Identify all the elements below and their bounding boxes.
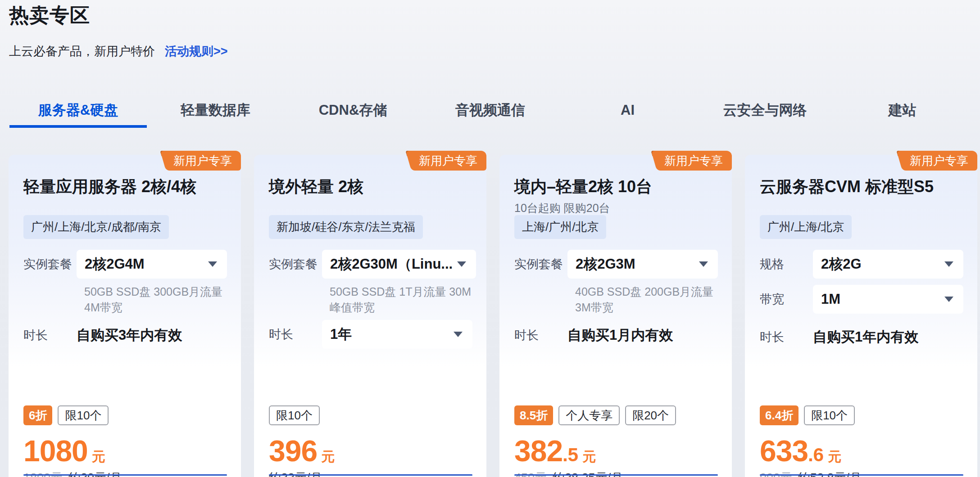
row-label: 时长: [760, 329, 813, 345]
original-price: 990元: [760, 470, 792, 477]
plan-select-value: 2核2G3M: [576, 255, 635, 274]
tab-cdn-storage[interactable]: CDN&存储: [284, 101, 422, 128]
price-unit: 元: [582, 449, 596, 464]
page-subtitle-row: 上云必备产品，新用户特价 活动规则>>: [9, 43, 228, 59]
product-title: 轻量应用服务器 2核/4核: [23, 176, 226, 197]
buy-button-edge[interactable]: [23, 474, 227, 476]
monthly-price: 约33元/月: [269, 470, 322, 477]
price-decimal: .6: [808, 444, 824, 465]
plan-select[interactable]: 2核2G3M: [567, 250, 718, 279]
product-title: 境内–轻量2核 10台: [514, 176, 717, 197]
new-user-badge: 新用户专享: [905, 151, 977, 171]
buy-button-edge[interactable]: [269, 474, 472, 476]
monthly-price: 约30元/月: [68, 470, 122, 477]
tab-cloud-security-network[interactable]: 云安全与网络: [696, 101, 834, 128]
price-unit: 元: [92, 449, 105, 464]
price-section: 8.5折 个人专享 限20个 382.5元 450元 约38.25元/月: [514, 405, 718, 477]
price: 633.6元: [760, 434, 963, 468]
new-user-badge: 新用户专享: [660, 151, 732, 171]
price-unit: 元: [828, 449, 841, 464]
product-subtitle: 10台起购 限购20台: [514, 201, 717, 216]
row-label: 实例套餐: [23, 256, 77, 272]
tab-servers-disks[interactable]: 服务器&硬盘: [9, 101, 147, 128]
product-card-domestic-lighthouse-bundle: 新用户专享 境内–轻量2核 10台 10台起购 限购20台 上海/广州/北京 实…: [499, 155, 732, 477]
price: 396元: [269, 434, 472, 468]
monthly-price: 约38.25元/月: [553, 470, 623, 477]
original-price: 1800元: [23, 470, 63, 477]
plan-row: 实例套餐 2核2G3M: [499, 250, 732, 279]
buy-button-edge[interactable]: [760, 474, 963, 476]
tab-lite-database[interactable]: 轻量数据库: [147, 101, 284, 128]
product-card-lighthouse: 新用户专享 轻量应用服务器 2核/4核 广州/上海/北京/成都/南京 实例套餐 …: [9, 155, 241, 477]
chevron-down-icon: [699, 261, 708, 267]
row-label: 实例套餐: [514, 256, 567, 272]
duration-select-value: 1年: [330, 325, 352, 344]
discount-tag: 6.4折: [760, 405, 799, 425]
page-subtitle: 上云必备产品，新用户特价: [9, 43, 155, 59]
price-amount: 633: [760, 434, 808, 468]
row-label: 带宽: [760, 291, 813, 307]
price-section: 6折 限10个 1080元 1800元 约30元/月: [23, 405, 227, 477]
tab-bar: 服务器&硬盘 轻量数据库 CDN&存储 音视频通信 AI 云安全与网络 建站: [9, 101, 971, 128]
plan-description: 40GB SSD盘 200GB月流量 3M带宽: [575, 284, 720, 315]
personal-tag: 个人专享: [558, 405, 620, 425]
row-label: 规格: [760, 256, 813, 272]
discount-tag: 6折: [23, 405, 52, 425]
price-amount: 1080: [23, 434, 88, 468]
chevron-down-icon: [944, 297, 953, 302]
plan-row: 实例套餐 2核2G30M（Linu...: [254, 250, 486, 279]
limit-tag: 限10个: [269, 405, 320, 425]
product-title: 境外轻量 2核: [269, 176, 472, 197]
duration-value: 自购买1月内有效: [567, 325, 673, 345]
plan-description: 50GB SSD盘 1T月流量 30M峰值带宽: [330, 284, 475, 315]
duration-value: 自购买1年内有效: [813, 327, 918, 347]
spec-select-value: 2核2G: [821, 255, 862, 274]
chevron-down-icon: [457, 261, 466, 267]
duration-row: 时长 自购买1年内有效: [745, 327, 977, 347]
tab-av-communication[interactable]: 音视频通信: [422, 101, 559, 128]
activity-rules-link[interactable]: 活动规则>>: [165, 43, 228, 59]
duration-value: 自购买3年内有效: [77, 325, 182, 345]
plan-select[interactable]: 2核2G4M: [77, 250, 227, 279]
bandwidth-select-value: 1M: [821, 291, 840, 307]
limit-tag: 限10个: [804, 405, 855, 425]
plan-row: 实例套餐 2核2G4M: [9, 250, 241, 279]
price-amount: 382: [514, 434, 563, 468]
region-tag: 上海/广州/北京: [514, 215, 606, 239]
product-title: 云服务器CVM 标准型S5: [760, 176, 962, 197]
region-tag: 广州/上海/北京/成都/南京: [23, 215, 169, 239]
row-label: 实例套餐: [269, 256, 322, 272]
price: 1080元: [23, 434, 227, 468]
price-section: 6.4折 限10个 633.6元 990元 约52.8元/月: [760, 405, 963, 477]
plan-select-value: 2核2G30M（Linu...: [330, 255, 453, 274]
limit-tag: 限10个: [58, 405, 109, 425]
discount-tag: 8.5折: [514, 405, 553, 425]
bandwidth-row: 带宽 1M: [745, 285, 977, 314]
duration-select[interactable]: 1年: [322, 320, 472, 349]
new-user-badge: 新用户专享: [414, 151, 486, 171]
duration-row: 时长 自购买1月内有效: [499, 325, 732, 345]
tab-ai[interactable]: AI: [559, 101, 696, 128]
buy-button-edge[interactable]: [514, 474, 718, 476]
price-amount: 396: [269, 434, 317, 468]
chevron-down-icon: [208, 261, 217, 267]
limit-tag: 限20个: [625, 405, 676, 425]
duration-row: 时长 自购买3年内有效: [9, 325, 241, 345]
spec-row: 规格 2核2G: [745, 250, 977, 279]
row-label: 时长: [514, 327, 567, 343]
duration-row: 时长 1年: [254, 320, 486, 349]
chevron-down-icon: [454, 332, 463, 337]
chevron-down-icon: [944, 261, 953, 267]
new-user-badge: 新用户专享: [169, 151, 241, 171]
tab-website[interactable]: 建站: [834, 101, 971, 128]
page-title: 热卖专区: [9, 4, 90, 27]
spec-select[interactable]: 2核2G: [813, 250, 963, 279]
monthly-price: 约52.8元/月: [798, 470, 862, 477]
product-card-overseas-lighthouse: 新用户专享 境外轻量 2核 新加坡/硅谷/东京/法兰克福 实例套餐 2核2G30…: [254, 155, 486, 477]
price-section: 限10个 396元 约33元/月: [269, 405, 472, 477]
price-unit: 元: [321, 449, 335, 464]
bandwidth-select[interactable]: 1M: [813, 285, 963, 314]
plan-select[interactable]: 2核2G30M（Linu...: [322, 250, 476, 279]
original-price: 450元: [514, 470, 547, 477]
plan-select-value: 2核2G4M: [85, 255, 145, 274]
